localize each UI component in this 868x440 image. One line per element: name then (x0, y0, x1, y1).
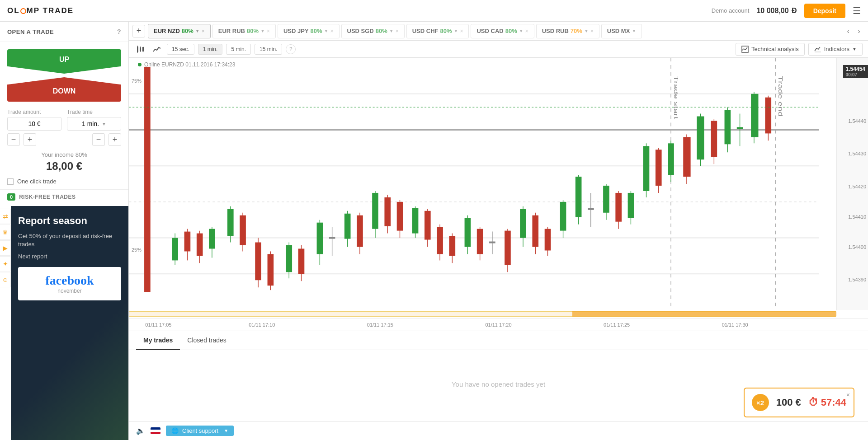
svg-rect-62 (425, 211, 431, 240)
chart-help-button[interactable]: ? (286, 44, 296, 54)
chart-svg: Trade end Trade start (129, 58, 868, 310)
technical-analysis-button[interactable]: Technical analysis (736, 43, 805, 56)
time-decrease-button[interactable]: − (92, 133, 105, 146)
trade-time-label: Trade time (67, 109, 121, 115)
svg-rect-96 (656, 150, 662, 186)
trade-amount-input[interactable] (7, 117, 61, 131)
svg-line-11 (744, 49, 745, 50)
tab-eurrub[interactable]: EUR RUB 80% ▼ × (212, 24, 276, 38)
content-area: + EUR NZD 80% ▼ × EUR RUB 80% ▼ × USD JP… (129, 22, 868, 440)
tab-usdmx[interactable]: USD MX ▼ (601, 24, 642, 38)
tab-usdrub[interactable]: USD RUB 70% ▼ × (536, 24, 599, 38)
trade-time-select[interactable]: 1 min. ▼ (67, 117, 121, 131)
svg-rect-104 (711, 121, 717, 157)
svg-rect-84 (576, 177, 582, 217)
tab-eurnzd[interactable]: EUR NZD 80% ▼ × (148, 24, 211, 38)
svg-text:Trade start: Trade start (673, 76, 679, 119)
svg-rect-106 (725, 110, 731, 145)
tabs-scroll-left[interactable]: ‹ (843, 26, 854, 37)
line-chart-button[interactable] (151, 43, 163, 56)
svg-rect-80 (545, 229, 551, 251)
svg-rect-4 (140, 47, 141, 47)
logo: OL MP TRADE (7, 6, 74, 15)
tab-usdchf[interactable]: USD CHF 80% ▼ × (406, 24, 469, 38)
trade-amount-label: Trade amount (7, 109, 61, 115)
svg-rect-60 (412, 208, 419, 234)
side-nav-icon-swap[interactable]: ⇄ (0, 209, 11, 224)
time-label-1: 01/11 17:05 (145, 322, 171, 328)
notification-amount: 100 € (776, 397, 801, 408)
banner-title: Report season (18, 215, 121, 227)
svg-rect-42 (286, 245, 292, 272)
svg-rect-66 (449, 236, 456, 256)
timer-value: 57:44 (821, 397, 846, 408)
progress-active (572, 311, 836, 317)
down-button[interactable]: DOWN (7, 77, 121, 102)
svg-rect-70 (477, 229, 483, 254)
menu-icon[interactable]: ☰ (853, 5, 861, 16)
svg-rect-64 (437, 227, 443, 254)
question-icon[interactable]: ? (117, 28, 121, 35)
account-type-label: Demo account (712, 7, 750, 14)
indicators-button[interactable]: Indicators ▼ (808, 43, 863, 56)
income-label: Your income 80% (7, 151, 121, 158)
tab-usdsgd[interactable]: USD SGD 80% ▼ × (341, 24, 405, 38)
banner-subtitle: Get 50% of your deposit ad risk-free tra… (18, 232, 121, 248)
svg-rect-1 (137, 46, 138, 47)
side-nav-icon-play[interactable]: ▶ (0, 240, 11, 256)
progress-area (129, 310, 868, 318)
svg-rect-32 (209, 229, 215, 249)
deposit-button[interactable]: Deposit (804, 4, 845, 18)
svg-rect-3 (140, 47, 141, 51)
chart-toolbar: 15 sec. 1 min. 5 min. 15 min. ? Technica… (129, 41, 868, 58)
svg-rect-68 (465, 218, 471, 247)
uk-flag-icon[interactable] (151, 427, 160, 434)
candlestick-chart-button[interactable] (134, 43, 147, 56)
tabs-scroll-right[interactable]: › (854, 26, 864, 37)
amount-decrease-button[interactable]: − (7, 133, 20, 146)
svg-rect-54 (372, 193, 378, 229)
price-label-3: 1.54420 (848, 184, 866, 189)
svg-rect-26 (172, 238, 178, 261)
support-dropdown-icon: ▼ (224, 428, 228, 433)
trade-params: Trade amount Trade time 1 min. ▼ − + − + (0, 109, 128, 146)
chart-area: Online EURNZD 01.11.2016 17:34:23 75% 25… (129, 58, 868, 310)
up-button[interactable]: UP (7, 49, 121, 74)
side-nav-icons: ⇄ ♛ ▶ ✦ ☺ (0, 209, 11, 288)
svg-rect-92 (628, 193, 634, 218)
amount-increase-button[interactable]: + (24, 133, 36, 146)
svg-rect-7 (143, 46, 143, 47)
tab-usdcad[interactable]: USD CAD 80% ▼ × (471, 24, 534, 38)
time-15min-button[interactable]: 15 min. (255, 44, 282, 55)
sound-icon[interactable]: 🔈 (136, 426, 145, 435)
svg-rect-30 (197, 234, 203, 256)
side-nav-icon-star[interactable]: ✦ (0, 256, 11, 271)
svg-rect-40 (268, 254, 274, 286)
add-tab-button[interactable]: + (132, 25, 145, 37)
header-right: Demo account 10 008,00 Ð Deposit ☰ (712, 4, 861, 18)
income-section: Your income 80% 18,00 € (0, 146, 128, 178)
risk-free-row: 0 RISK-FREE TRADES (0, 189, 128, 204)
price-label-6: 1.54390 (848, 277, 866, 282)
tab-usdjpy[interactable]: USD JPY 80% ▼ × (278, 24, 340, 38)
svg-rect-56 (384, 197, 391, 226)
closed-trades-tab[interactable]: Closed trades (180, 331, 233, 350)
side-nav-icon-person[interactable]: ☺ (0, 272, 11, 287)
svg-rect-100 (683, 137, 690, 177)
time-1min-button[interactable]: 1 min. (198, 44, 223, 55)
main-layout: OPEN A TRADE ? UP DOWN Trade amount Trad… (0, 22, 868, 440)
time-5min-button[interactable]: 5 min. (226, 44, 251, 55)
facebook-card: facebook november (18, 267, 121, 300)
svg-rect-82 (560, 202, 566, 231)
svg-rect-50 (344, 214, 351, 239)
time-increase-button[interactable]: + (108, 133, 121, 146)
notification-close-button[interactable]: × (846, 391, 850, 398)
time-15sec-button[interactable]: 15 sec. (167, 44, 194, 55)
side-nav-icon-crown[interactable]: ♛ (0, 225, 11, 240)
client-support-button[interactable]: 🌐 Client support ▼ (166, 426, 234, 436)
logo-text: OL MP TRADE (7, 6, 74, 15)
one-click-checkbox[interactable] (7, 178, 14, 185)
my-trades-tab[interactable]: My trades (136, 331, 180, 350)
svg-rect-52 (357, 215, 363, 247)
svg-rect-58 (397, 202, 403, 231)
